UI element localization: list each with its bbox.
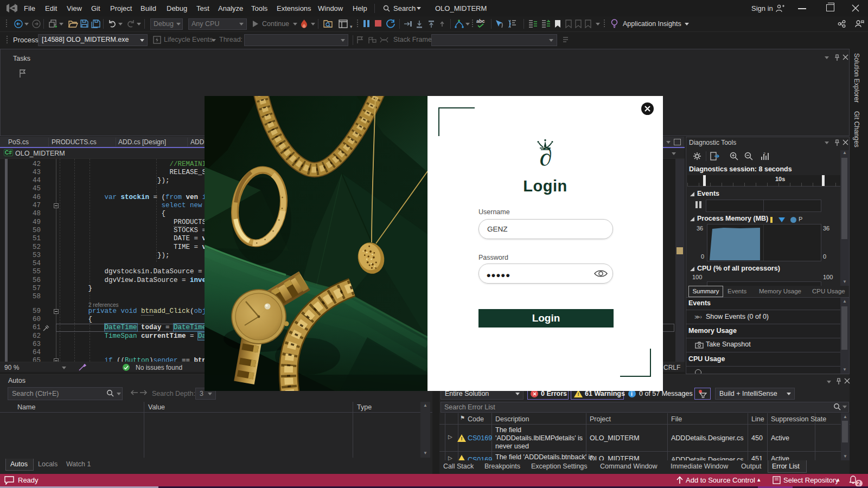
svg-text:?: ? — [763, 152, 765, 156]
